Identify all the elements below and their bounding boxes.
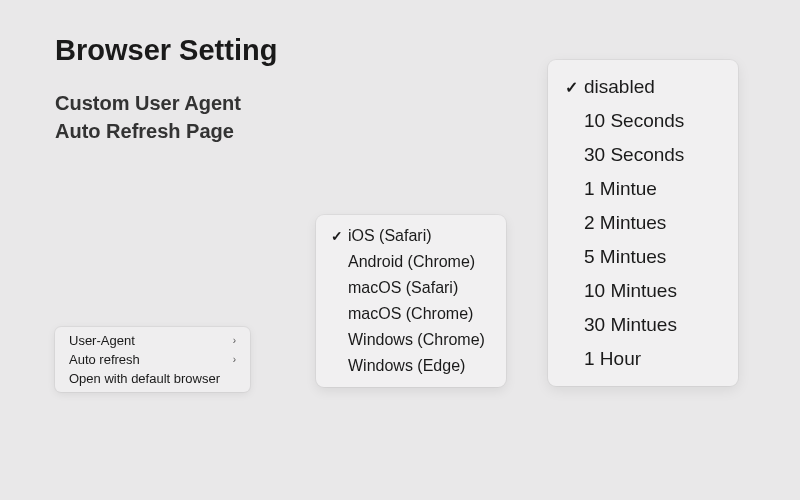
subtitle-custom-user-agent: Custom User Agent [55,92,241,115]
refresh-menu-item-label: 2 Mintues [584,212,666,234]
page-title: Browser Setting [55,34,277,67]
refresh-menu-item-label: 10 Seconds [584,110,684,132]
refresh-menu-item-30-seconds[interactable]: 30 Seconds [554,138,732,172]
refresh-menu-item-30-minutes[interactable]: 30 Mintues [554,308,732,342]
user-agent-menu: ✓ iOS (Safari) Android (Chrome) macOS (S… [316,215,506,387]
refresh-menu-item-label: 10 Mintues [584,280,677,302]
subtitle-auto-refresh-page: Auto Refresh Page [55,120,234,143]
refresh-menu-item-1-minute[interactable]: 1 Mintue [554,172,732,206]
refresh-menu-item-disabled[interactable]: ✓ disabled [554,70,732,104]
context-menu-item-label: User-Agent [69,333,135,348]
ua-menu-item-label: iOS (Safari) [348,227,432,245]
refresh-menu-item-2-minutes[interactable]: 2 Mintues [554,206,732,240]
ua-menu-item-label: Android (Chrome) [348,253,475,271]
context-menu-item-auto-refresh[interactable]: Auto refresh › [55,350,250,369]
auto-refresh-menu: ✓ disabled 10 Seconds 30 Seconds 1 Mintu… [548,60,738,386]
ua-menu-item-label: Windows (Edge) [348,357,465,375]
checkmark-icon: ✓ [328,228,346,244]
context-menu-item-label: Auto refresh [69,352,140,367]
ua-menu-item-macos-safari[interactable]: macOS (Safari) [322,275,500,301]
refresh-menu-item-label: 30 Mintues [584,314,677,336]
refresh-menu-item-label: 5 Mintues [584,246,666,268]
ua-menu-item-label: Windows (Chrome) [348,331,485,349]
context-menu-item-open-default-browser[interactable]: Open with default browser [55,369,250,388]
refresh-menu-item-1-hour[interactable]: 1 Hour [554,342,732,376]
refresh-menu-item-10-seconds[interactable]: 10 Seconds [554,104,732,138]
ua-menu-item-label: macOS (Chrome) [348,305,473,323]
ua-menu-item-windows-edge[interactable]: Windows (Edge) [322,353,500,379]
refresh-menu-item-5-minutes[interactable]: 5 Mintues [554,240,732,274]
refresh-menu-item-label: 30 Seconds [584,144,684,166]
refresh-menu-item-label: 1 Mintue [584,178,657,200]
refresh-menu-item-label: disabled [584,76,655,98]
chevron-right-icon: › [233,335,236,346]
ua-menu-item-ios-safari[interactable]: ✓ iOS (Safari) [322,223,500,249]
ua-menu-item-label: macOS (Safari) [348,279,458,297]
ua-menu-item-windows-chrome[interactable]: Windows (Chrome) [322,327,500,353]
context-menu: User-Agent › Auto refresh › Open with de… [55,327,250,392]
context-menu-item-user-agent[interactable]: User-Agent › [55,331,250,350]
ua-menu-item-android-chrome[interactable]: Android (Chrome) [322,249,500,275]
chevron-right-icon: › [233,354,236,365]
refresh-menu-item-label: 1 Hour [584,348,641,370]
context-menu-item-label: Open with default browser [69,371,220,386]
ua-menu-item-macos-chrome[interactable]: macOS (Chrome) [322,301,500,327]
checkmark-icon: ✓ [560,78,582,97]
refresh-menu-item-10-minutes[interactable]: 10 Mintues [554,274,732,308]
